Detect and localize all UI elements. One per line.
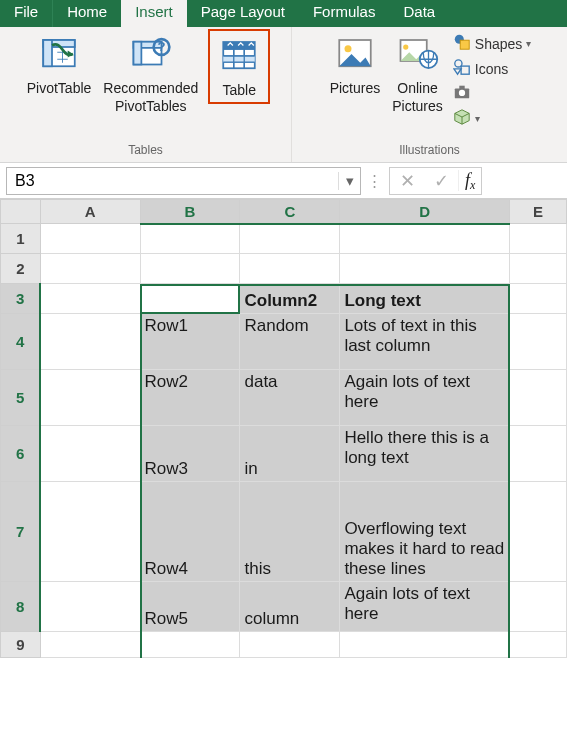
cell-e3[interactable]: [510, 284, 567, 314]
cube-icon: [453, 108, 471, 129]
col-header-b[interactable]: B: [140, 200, 240, 224]
pivottable-icon: [38, 33, 80, 78]
cell-c5[interactable]: data: [240, 370, 340, 426]
icons-button[interactable]: Icons: [453, 58, 531, 79]
cell-a4[interactable]: [40, 314, 140, 370]
dropdown-caret-icon: ▾: [526, 38, 531, 49]
formula-bar-buttons: ✕ ✓ fx: [389, 167, 482, 195]
row-header-1[interactable]: 1: [1, 224, 41, 254]
cell-d6[interactable]: Hello there this is a long text: [340, 426, 510, 482]
confirm-formula-button[interactable]: ✓: [424, 170, 458, 192]
cancel-formula-button[interactable]: ✕: [390, 170, 424, 192]
cell-a6[interactable]: [40, 426, 140, 482]
recommended-pivottables-button[interactable]: ? Recommended PivotTables: [97, 29, 204, 116]
cell-e4[interactable]: [510, 314, 567, 370]
cell-a8[interactable]: [40, 582, 140, 632]
tab-formulas[interactable]: Formulas: [299, 0, 390, 27]
cell-b6[interactable]: Row3: [140, 426, 240, 482]
tab-page-layout[interactable]: Page Layout: [187, 0, 299, 27]
expand-formula-bar-icon[interactable]: ⋮: [361, 172, 387, 190]
row-header-5[interactable]: 5: [1, 370, 41, 426]
name-box[interactable]: ▾: [6, 167, 361, 195]
tab-home[interactable]: Home: [53, 0, 121, 27]
cell-c3[interactable]: Column2: [240, 284, 340, 314]
icons-label: Icons: [475, 61, 508, 77]
cell-e5[interactable]: [510, 370, 567, 426]
svg-rect-11: [224, 56, 256, 62]
tab-file[interactable]: File: [0, 0, 53, 27]
cell-a1[interactable]: [40, 224, 140, 254]
pictures-button[interactable]: Pictures: [324, 29, 387, 98]
col-header-c[interactable]: C: [240, 200, 340, 224]
cell-b3[interactable]: Column1: [140, 284, 240, 314]
cell-b5[interactable]: Row2: [140, 370, 240, 426]
row-header-8[interactable]: 8: [1, 582, 41, 632]
cell-e1[interactable]: [510, 224, 567, 254]
svg-marker-23: [454, 69, 461, 74]
cell-d2[interactable]: [340, 254, 510, 284]
row-header-6[interactable]: 6: [1, 426, 41, 482]
cell-b1[interactable]: [140, 224, 240, 254]
cell-d3[interactable]: Long text: [340, 284, 510, 314]
cell-b9[interactable]: [140, 632, 240, 658]
shapes-icon: [453, 33, 471, 54]
cell-b8[interactable]: Row5: [140, 582, 240, 632]
row-header-2[interactable]: 2: [1, 254, 41, 284]
cell-e6[interactable]: [510, 426, 567, 482]
cell-d8[interactable]: Again lots of text here: [340, 582, 510, 632]
row-header-3[interactable]: 3: [1, 284, 41, 314]
row-header-7[interactable]: 7: [1, 482, 41, 582]
cell-a2[interactable]: [40, 254, 140, 284]
row-header-4[interactable]: 4: [1, 314, 41, 370]
cell-d1[interactable]: [340, 224, 510, 254]
cell-a7[interactable]: [40, 482, 140, 582]
pivottable-button[interactable]: PivotTable: [21, 29, 98, 98]
3d-models-button[interactable]: ▾: [453, 108, 531, 129]
tab-insert[interactable]: Insert: [121, 0, 187, 27]
name-box-dropdown-button[interactable]: ▾: [338, 172, 360, 190]
cell-a5[interactable]: [40, 370, 140, 426]
svg-rect-20: [460, 40, 469, 49]
shapes-button[interactable]: Shapes ▾: [453, 33, 531, 54]
spreadsheet-grid[interactable]: A B C D E 1 2 3Column1Column2Long text 4…: [0, 199, 567, 658]
cell-e2[interactable]: [510, 254, 567, 284]
screenshot-button[interactable]: [453, 83, 531, 104]
table-label: Table: [223, 82, 256, 98]
cell-c2[interactable]: [240, 254, 340, 284]
cell-a9[interactable]: [40, 632, 140, 658]
tab-data[interactable]: Data: [389, 0, 449, 27]
cell-c7[interactable]: this: [240, 482, 340, 582]
cell-b2[interactable]: [140, 254, 240, 284]
col-header-a[interactable]: A: [40, 200, 140, 224]
col-header-d[interactable]: D: [340, 200, 510, 224]
cell-c6[interactable]: in: [240, 426, 340, 482]
cell-d4[interactable]: Lots of text in this last column: [340, 314, 510, 370]
cell-d7[interactable]: Overflowing text makes it hard to read t…: [340, 482, 510, 582]
cell-e7[interactable]: [510, 482, 567, 582]
svg-text:?: ?: [157, 39, 165, 54]
cell-e8[interactable]: [510, 582, 567, 632]
cell-e9[interactable]: [510, 632, 567, 658]
shapes-label: Shapes: [475, 36, 522, 52]
table-button[interactable]: Table: [208, 29, 270, 104]
svg-rect-25: [459, 86, 464, 90]
formula-bar-row: ▾ ⋮ ✕ ✓ fx: [0, 163, 567, 199]
cell-c9[interactable]: [240, 632, 340, 658]
online-pictures-button[interactable]: Online Pictures: [386, 29, 449, 116]
tab-strip: File Home Insert Page Layout Formulas Da…: [0, 0, 567, 27]
col-header-e[interactable]: E: [510, 200, 567, 224]
cell-c8[interactable]: column: [240, 582, 340, 632]
select-all-corner[interactable]: [1, 200, 41, 224]
cell-c4[interactable]: Random: [240, 314, 340, 370]
cell-b4[interactable]: Row1: [140, 314, 240, 370]
cell-d5[interactable]: Again lots of text here: [340, 370, 510, 426]
cell-b7[interactable]: Row4: [140, 482, 240, 582]
cell-a3[interactable]: [40, 284, 140, 314]
insert-function-button[interactable]: fx: [458, 170, 481, 191]
cell-d9[interactable]: [340, 632, 510, 658]
ribbon-group-tables-label: Tables: [128, 143, 163, 160]
svg-point-13: [344, 45, 351, 52]
row-header-9[interactable]: 9: [1, 632, 41, 658]
name-box-input[interactable]: [7, 170, 338, 192]
cell-c1[interactable]: [240, 224, 340, 254]
